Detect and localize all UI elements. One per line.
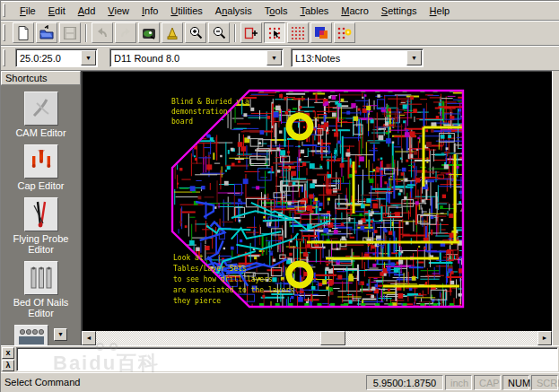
toolbar-separator	[85, 24, 87, 42]
menu-item-file[interactable]: File	[13, 3, 42, 19]
new-file-button[interactable]	[13, 22, 34, 43]
menu-item-utilities[interactable]: Utilities	[164, 3, 208, 19]
dcode-value: D11 Round 8.0	[110, 53, 266, 64]
active-layer-value: L13:Notes	[292, 53, 406, 64]
command-prompt-icon[interactable]: λ	[2, 360, 14, 371]
zoom-in-button[interactable]	[185, 22, 206, 43]
chevron-down-icon[interactable]: ▼	[406, 50, 422, 65]
combo-bar: 25.0:25.0 ▼ D11 Round 8.0 ▼ L13:Notes ▼	[1, 46, 559, 71]
status-message: Select Command	[2, 375, 364, 390]
sidebar-item-label: Cap Editor	[18, 180, 65, 191]
menu-item-edit[interactable]: Edit	[42, 3, 72, 19]
bed-of-nails-icon	[24, 261, 58, 295]
layer-colors-icon	[313, 25, 329, 41]
grid-spacing-combo[interactable]: 25.0:25.0 ▼	[15, 48, 98, 67]
flash-button[interactable]	[162, 22, 183, 43]
pcb-viewport[interactable]	[83, 72, 551, 330]
vertical-scrollbar-strip[interactable]	[552, 71, 559, 345]
chevron-down-icon[interactable]: ▼	[266, 50, 282, 65]
zoom-out-icon	[211, 25, 227, 41]
toolbar-items	[12, 22, 356, 43]
menubar-grip[interactable]	[3, 4, 5, 17]
canvas-column: ◄ ►	[82, 71, 552, 345]
new-file-icon	[15, 25, 31, 41]
command-buttons: x λ	[1, 346, 16, 372]
menu-item-info[interactable]: Info	[135, 3, 164, 19]
menu-item-help[interactable]: Help	[424, 3, 457, 19]
status-indicator-inch: inch	[445, 375, 472, 390]
pad-edit-button[interactable]	[240, 22, 262, 43]
shortcuts-items: CAM EditorCap EditorFlying Probe EditorB…	[1, 85, 81, 345]
cursor-coordinates: 5.9500:1.8750	[366, 375, 443, 390]
command-window: x λ Baidu百科	[1, 345, 559, 372]
command-input[interactable]	[16, 347, 558, 371]
undo-button[interactable]	[92, 22, 113, 43]
sidebar-item-cap-editor[interactable]: Cap Editor	[1, 144, 81, 191]
redraw-button[interactable]	[138, 22, 160, 43]
highlight-net-button[interactable]	[334, 22, 355, 43]
flying-probe-icon	[24, 197, 58, 231]
open-file-icon	[39, 25, 55, 41]
dcode-combo[interactable]: D11 Round 8.0 ▼	[109, 48, 284, 67]
pcb-viewport-frame	[82, 71, 552, 331]
sidebar-item-bed-of-nails-editor[interactable]: Bed Of Nails Editor	[1, 261, 81, 318]
grid-spacing-value: 25.0:25.0	[16, 53, 80, 64]
status-bar: Select Command 5.9500:1.8750 inchCAPNUMS…	[1, 372, 559, 392]
grid-dots-button[interactable]	[287, 22, 309, 43]
horizontal-scroll-thumb[interactable]	[320, 331, 345, 345]
sidebar-item-label: Flying Probe Editor	[8, 233, 74, 255]
sidebar-item-label: Bed Of Nails Editor	[8, 297, 74, 318]
chevron-down-icon[interactable]: ▼	[81, 50, 96, 65]
status-indicator-scrl: SCRL	[531, 375, 558, 390]
menu-item-view[interactable]: View	[101, 3, 135, 19]
scroll-left-button[interactable]: ◄	[82, 331, 96, 345]
sidebar-item-cam-editor[interactable]: CAM Editor	[1, 91, 81, 138]
status-indicator-cap: CAP	[474, 375, 501, 390]
menu-bar: FileEditAddViewInfoUtilitiesAnalysisTool…	[1, 1, 559, 21]
layer-colors-button[interactable]	[310, 22, 332, 43]
combobar-grip[interactable]	[3, 49, 5, 66]
sidebar-item-partial[interactable]: ▼	[1, 325, 81, 345]
highlight-net-icon	[336, 25, 353, 41]
active-layer-combo[interactable]: L13:Notes ▼	[291, 48, 424, 67]
sidebar-item-flying-probe-editor[interactable]: Flying Probe Editor	[1, 197, 81, 255]
shortcuts-sidebar: Shortcuts CAM EditorCap EditorFlying Pro…	[1, 71, 82, 345]
horizontal-scroll-track[interactable]	[96, 331, 537, 345]
grid-dots-icon	[290, 25, 306, 41]
zoom-in-icon	[188, 25, 204, 41]
close-icon[interactable]: x	[2, 347, 14, 359]
menu-item-add[interactable]: Add	[72, 3, 102, 19]
sidebar-item-label: CAM Editor	[15, 127, 66, 138]
flash-icon	[164, 25, 180, 41]
toolbar-separator	[234, 24, 236, 42]
zoom-out-button[interactable]	[208, 22, 230, 43]
menu-items: FileEditAddViewInfoUtilitiesAnalysisTool…	[6, 3, 456, 19]
menu-item-tables[interactable]: Tables	[293, 3, 335, 19]
open-file-button[interactable]	[36, 22, 57, 43]
toolbar-grip[interactable]	[3, 24, 5, 41]
fixture-icon	[14, 325, 48, 345]
toolbar	[1, 21, 559, 46]
menu-item-analysis[interactable]: Analysis	[209, 3, 258, 19]
status-indicator-num: NUM	[502, 375, 529, 390]
redraw-icon	[141, 25, 157, 41]
app-window: FileEditAddViewInfoUtilitiesAnalysisTool…	[0, 0, 559, 392]
cam-editor-icon	[24, 91, 58, 126]
menu-item-tools[interactable]: Tools	[258, 3, 294, 19]
shortcuts-header: Shortcuts	[1, 71, 81, 85]
menu-item-macro[interactable]: Macro	[335, 3, 375, 19]
grid-arrow-icon	[266, 25, 283, 41]
menu-item-settings[interactable]: Settings	[375, 3, 424, 19]
cap-editor-icon	[24, 144, 58, 179]
undo-icon	[94, 25, 110, 41]
scroll-right-button[interactable]: ►	[537, 331, 552, 345]
horizontal-scrollbar[interactable]: ◄ ►	[82, 331, 552, 345]
sidebar-scroll-down-button[interactable]: ▼	[54, 328, 67, 341]
pad-plus-icon	[243, 25, 259, 41]
redo-icon	[118, 25, 134, 41]
redo-button[interactable]	[115, 22, 136, 43]
save-file-button[interactable]	[59, 22, 81, 43]
main-area: Shortcuts CAM EditorCap EditorFlying Pro…	[1, 71, 559, 345]
save-file-icon	[62, 25, 78, 41]
snap-grid-button[interactable]	[264, 22, 285, 43]
